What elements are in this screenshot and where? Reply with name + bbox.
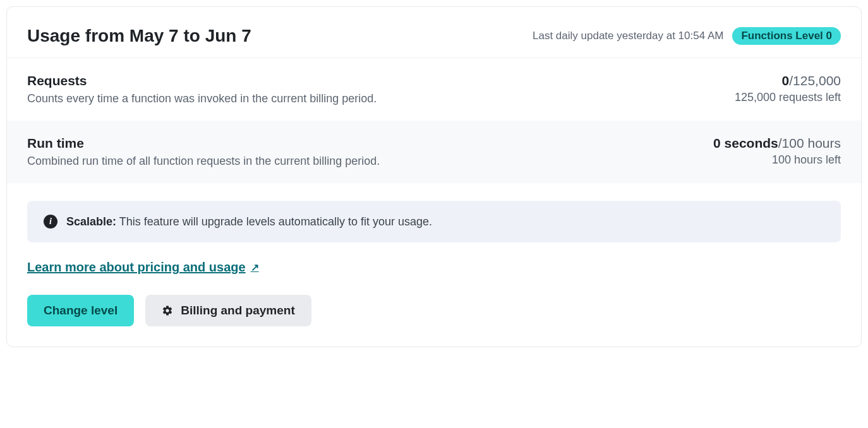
metric-remaining: 125,000 requests left <box>735 91 841 104</box>
billing-payment-button[interactable]: Billing and payment <box>145 295 311 326</box>
metric-requests: Requests Counts every time a function wa… <box>7 58 861 121</box>
button-label: Billing and payment <box>181 304 295 318</box>
button-label: Change level <box>44 304 118 318</box>
usage-card: Usage from May 7 to Jun 7 Last daily upd… <box>6 6 862 347</box>
metric-title: Run time <box>27 136 380 151</box>
header-right: Last daily update yesterday at 10:54 AM … <box>533 27 841 45</box>
metric-left: Requests Counts every time a function wa… <box>27 73 377 105</box>
metric-used: 0 seconds <box>713 136 778 150</box>
metric-limit: /100 hours <box>778 136 841 150</box>
metric-description: Combined run time of all function reques… <box>27 155 380 168</box>
info-icon: i <box>44 215 57 229</box>
info-text: Scalable: This feature will upgrade leve… <box>66 215 432 229</box>
gear-icon <box>162 305 173 316</box>
metric-remaining: 100 hours left <box>713 153 841 167</box>
metric-title: Requests <box>27 73 377 88</box>
level-badge: Functions Level 0 <box>732 27 841 45</box>
learn-more-link[interactable]: Learn more about pricing and usage ↗ <box>27 260 259 275</box>
card-title: Usage from May 7 to Jun 7 <box>27 26 251 46</box>
metric-value: 0/125,000 <box>735 73 841 88</box>
button-row: Change level Billing and payment <box>27 295 841 326</box>
card-footer: i Scalable: This feature will upgrade le… <box>7 183 861 347</box>
metric-runtime: Run time Combined run time of all functi… <box>7 121 861 183</box>
metric-left: Run time Combined run time of all functi… <box>27 136 380 168</box>
metric-right: 0/125,000 125,000 requests left <box>735 73 841 104</box>
last-update-text: Last daily update yesterday at 10:54 AM <box>533 30 723 42</box>
info-body: This feature will upgrade levels automat… <box>116 215 432 228</box>
external-link-icon: ↗ <box>251 261 259 273</box>
metric-right: 0 seconds/100 hours 100 hours left <box>713 136 841 167</box>
change-level-button[interactable]: Change level <box>27 295 134 326</box>
info-label: Scalable: <box>66 215 116 228</box>
metric-value: 0 seconds/100 hours <box>713 136 841 151</box>
scalable-info-box: i Scalable: This feature will upgrade le… <box>27 201 841 242</box>
learn-more-text: Learn more about pricing and usage <box>27 260 246 275</box>
metric-description: Counts every time a function was invoked… <box>27 92 377 105</box>
card-header: Usage from May 7 to Jun 7 Last daily upd… <box>7 7 861 58</box>
metric-limit: /125,000 <box>789 73 841 88</box>
metric-used: 0 <box>782 73 790 88</box>
